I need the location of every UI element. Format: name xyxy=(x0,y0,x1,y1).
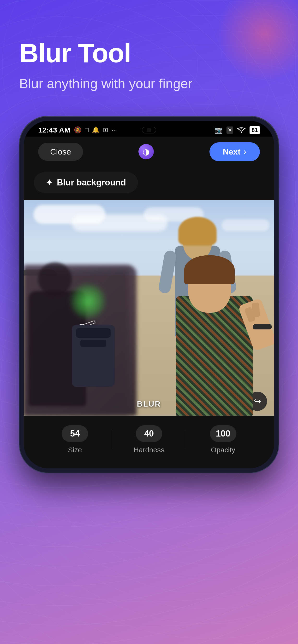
phone-wrapper: 12:43 AM 🔕 □ 🔔 ⊞ ··· 📷 ✕ xyxy=(0,116,298,473)
camera-dot xyxy=(147,128,151,132)
phone-inner: 12:43 AM 🔕 □ 🔔 ⊞ ··· 📷 ✕ xyxy=(24,121,274,468)
feature-section: ✦ Blur background xyxy=(24,167,274,200)
status-right: 📷 ✕ 81 xyxy=(214,126,260,134)
camera-app-icon: 📷 xyxy=(214,126,223,134)
size-value: 54 xyxy=(62,425,88,442)
photo-area[interactable]: ☞ BLUR ↩ ↪ xyxy=(24,200,274,416)
backpack-detail xyxy=(76,328,111,338)
app-icon: ⊞ xyxy=(103,126,108,134)
opacity-label: Opacity xyxy=(211,446,235,454)
app-logo: ◑ xyxy=(138,144,154,159)
opacity-value: 100 xyxy=(210,425,236,442)
blur-background-button[interactable]: ✦ Blur background xyxy=(33,172,138,193)
camera-notch xyxy=(142,127,156,134)
person-front xyxy=(174,243,274,416)
blur-background-label: Blur background xyxy=(57,178,126,188)
mute-icon: 🔕 xyxy=(74,126,82,134)
x-icon: ✕ xyxy=(226,126,233,134)
screen-icon: □ xyxy=(85,126,89,134)
hero-subtitle: Blur anything with your finger xyxy=(19,75,279,92)
notification-icon: 🔔 xyxy=(92,126,100,134)
hardness-control[interactable]: 40 Hardness xyxy=(112,425,186,454)
size-label: Size xyxy=(68,446,82,454)
hardness-label: Hardness xyxy=(134,446,164,454)
backpack xyxy=(72,325,115,387)
size-control[interactable]: 54 Size xyxy=(38,425,112,454)
sparkle-icon: ✦ xyxy=(46,178,53,187)
hero-title: Blur Tool xyxy=(19,38,279,68)
blur-mode-label: BLUR xyxy=(137,400,161,408)
logo-symbol: ◑ xyxy=(142,147,150,156)
status-time: 12:43 AM xyxy=(38,126,71,134)
finger-2 xyxy=(252,302,260,317)
hero-section: Blur Tool Blur anything with your finger xyxy=(0,0,298,107)
app-toolbar: Close ◑ Next › xyxy=(24,136,274,167)
person-back-hair xyxy=(178,217,217,246)
status-bar: 12:43 AM 🔕 □ 🔔 ⊞ ··· 📷 ✕ xyxy=(24,121,274,136)
bottom-controls: 54 Size 40 Hardness 100 Opacity xyxy=(24,416,274,468)
next-button[interactable]: Next › xyxy=(209,142,260,161)
backpack-detail-2 xyxy=(80,340,106,347)
bracelet xyxy=(253,324,272,330)
chevron-right-icon: › xyxy=(243,146,246,157)
battery-icon: 81 xyxy=(249,126,260,134)
close-button[interactable]: Close xyxy=(38,143,83,161)
blurred-head-left xyxy=(38,262,72,296)
more-icon: ··· xyxy=(112,126,117,134)
front-hair xyxy=(184,255,235,284)
phone-outer: 12:43 AM 🔕 □ 🔔 ⊞ ··· 📷 ✕ xyxy=(20,116,278,473)
wifi-icon xyxy=(237,127,246,133)
status-left: 12:43 AM 🔕 □ 🔔 ⊞ ··· xyxy=(38,126,117,134)
next-label: Next xyxy=(223,147,241,156)
hardness-value: 40 xyxy=(136,425,162,442)
opacity-control[interactable]: 100 Opacity xyxy=(186,425,260,454)
